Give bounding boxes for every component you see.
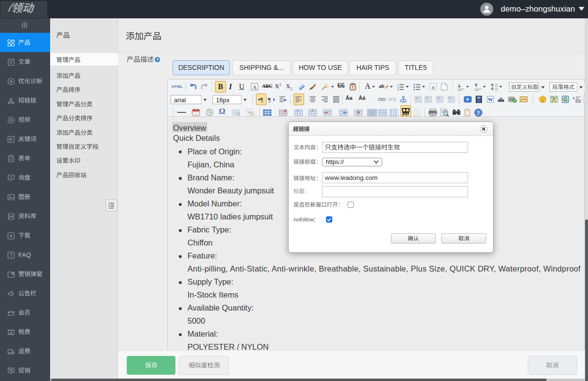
svg-text:W: W [488,96,493,102]
svg-text:a: a [432,84,434,90]
svg-text:?: ? [477,109,480,116]
svg-text:A: A [253,84,257,91]
svg-text:3: 3 [397,88,399,91]
svg-text:G: G [563,96,568,102]
svg-text:T: T [296,109,299,113]
svg-text:T: T [351,85,354,90]
svg-text:¶: ¶ [260,96,263,103]
svg-text:¶: ¶ [268,96,271,103]
svg-text:?: ? [156,57,159,62]
